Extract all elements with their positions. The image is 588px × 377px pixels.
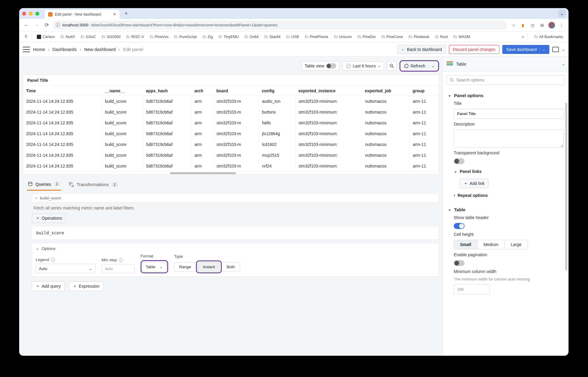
- refresh-button[interactable]: Refresh: [401, 62, 428, 70]
- address-bar[interactable]: ⓘ localhost:3000/d/ee3vocf4i3uo0f/new-da…: [53, 21, 507, 30]
- horizontal-scrollbar[interactable]: [23, 171, 439, 174]
- bookmark-folder[interactable]: Carbon: [34, 34, 57, 40]
- bookmark-folder[interactable]: 🗀RISC-V: [123, 34, 146, 40]
- close-window-icon[interactable]: [22, 12, 26, 16]
- table-header[interactable]: group: [410, 86, 439, 96]
- menu-icon[interactable]: [23, 47, 30, 52]
- bookmark-folder[interactable]: 🗀GSoC: [78, 34, 98, 40]
- bookmark-folder[interactable]: 🗀Star64: [262, 34, 283, 40]
- tab-queries[interactable]: Queries 1: [27, 179, 61, 191]
- chevron-down-icon[interactable]: ⌄: [558, 10, 566, 17]
- bookmark-folder[interactable]: 🗀Pinebook: [406, 34, 432, 40]
- tab-transformations[interactable]: Transformations 1: [68, 180, 119, 190]
- visualization-picker[interactable]: Table ⌄: [443, 57, 569, 72]
- refresh-interval-dropdown[interactable]: ⌄: [428, 62, 438, 70]
- help-icon[interactable]: i: [119, 258, 123, 262]
- table-header[interactable]: exported_instance: [295, 86, 362, 96]
- close-tab-icon[interactable]: ×: [113, 12, 116, 17]
- new-tab-button[interactable]: +: [122, 9, 130, 18]
- table-view-toggle[interactable]: Table view: [301, 61, 340, 71]
- crumb-home[interactable]: Home: [33, 47, 45, 52]
- bookmark-folder[interactable]: 🗀Zig: [200, 34, 215, 40]
- toggle-icon[interactable]: [326, 63, 336, 69]
- chevron-down-icon[interactable]: ⌄: [540, 47, 545, 52]
- size-large-button[interactable]: Large: [505, 240, 527, 249]
- bookmark-folder[interactable]: 🗀Unicorn: [331, 34, 354, 40]
- operations-button[interactable]: ＋Operations: [32, 213, 66, 223]
- bookmark-folder[interactable]: 🗀USB: [284, 34, 301, 40]
- bookmark-folder[interactable]: 🗀Ox64: [242, 34, 261, 40]
- table-header[interactable]: config: [259, 86, 295, 96]
- bookmark-folder[interactable]: 🗀PinePhone: [302, 34, 331, 40]
- help-icon[interactable]: i: [51, 258, 55, 262]
- bookmark-folder[interactable]: 🗀TinyEMU: [216, 34, 241, 40]
- minimize-window-icon[interactable]: [29, 12, 33, 16]
- all-bookmarks-button[interactable]: 🗀All Bookmarks: [531, 34, 566, 40]
- crumb-new-dashboard[interactable]: New dashboard: [84, 47, 116, 52]
- add-query-button[interactable]: ＋Add query: [32, 281, 65, 291]
- table-header[interactable]: exported_job: [362, 86, 409, 96]
- min-col-input[interactable]: [454, 284, 490, 294]
- type-instant-button[interactable]: Instant: [198, 263, 220, 271]
- extensions-puzzle-icon[interactable]: ⊞: [538, 21, 546, 29]
- panel-links-header[interactable]: ⌄Panel links: [454, 167, 564, 176]
- search-options-input[interactable]: Search options: [447, 75, 565, 85]
- pagination-toggle[interactable]: [454, 260, 465, 266]
- bookmark-folder[interactable]: 🗀NuttX: [58, 34, 77, 40]
- bookmark-folder[interactable]: 🗀Rust: [432, 34, 450, 40]
- repeat-options-header[interactable]: ›Repeat options: [454, 191, 564, 200]
- profile-avatar-icon[interactable]: [548, 21, 556, 29]
- table-header[interactable]: Time: [23, 86, 102, 96]
- table-header[interactable]: __name__: [102, 86, 143, 96]
- add-link-button[interactable]: ＋Add link: [460, 179, 489, 188]
- chevron-down-icon[interactable]: ⌄: [562, 47, 565, 52]
- type-both-button[interactable]: Both: [222, 263, 240, 271]
- bookmark-folder[interactable]: 🗀WASM: [451, 34, 472, 40]
- bookmark-folder[interactable]: 🗀PineDio: [355, 34, 378, 40]
- extension-icon[interactable]: ▮: [519, 21, 527, 29]
- extension-icon[interactable]: ◷: [528, 21, 537, 29]
- bookmark-star-icon[interactable]: ☆: [509, 21, 518, 29]
- transparent-toggle[interactable]: [454, 158, 465, 164]
- bookmark-folder[interactable]: 🗀PineCone: [379, 34, 405, 40]
- type-range-button[interactable]: Range: [174, 263, 196, 271]
- kebab-menu-icon[interactable]: ⋮: [557, 21, 566, 29]
- browser-tab[interactable]: G Edit panel - New dashboard ×: [45, 10, 120, 19]
- discard-changes-button[interactable]: Discard panel changes: [449, 45, 499, 54]
- vertical-scrollbar[interactable]: [565, 103, 567, 271]
- legend-select[interactable]: Auto: [36, 264, 96, 273]
- title-input[interactable]: [454, 109, 564, 119]
- bookmark-folder[interactable]: 🗀SG2000: [99, 34, 123, 40]
- panel-options-header[interactable]: ⌄Panel options: [448, 91, 564, 101]
- time-range-picker[interactable]: 🕘Last 6 hours⌄: [343, 61, 384, 70]
- table-section-header[interactable]: ⌄Table: [448, 206, 564, 215]
- reload-icon[interactable]: ⟳: [43, 21, 51, 29]
- size-small-button[interactable]: Small: [454, 240, 477, 249]
- save-dashboard-button[interactable]: Save dashboard⌄: [502, 45, 549, 54]
- query-code[interactable]: build_score: [32, 226, 439, 240]
- apps-icon[interactable]: ⠿: [22, 34, 29, 40]
- forward-icon[interactable]: →: [32, 21, 41, 29]
- format-select[interactable]: Table: [142, 262, 166, 272]
- table-header[interactable]: apps_hash: [143, 86, 192, 96]
- minstep-input[interactable]: auto: [102, 264, 135, 273]
- expression-button[interactable]: ＋Expression: [69, 281, 103, 291]
- plus-icon[interactable]: +: [35, 196, 37, 200]
- size-medium-button[interactable]: Medium: [477, 240, 505, 249]
- options-toggle[interactable]: ⌄Options: [36, 246, 435, 251]
- bookmark-folder[interactable]: 🗀PineVox: [147, 34, 171, 40]
- back-icon[interactable]: ←: [22, 21, 31, 29]
- table-header[interactable]: board: [213, 86, 259, 96]
- chevron-down-icon[interactable]: ⌄: [562, 62, 565, 66]
- crumb-dashboards[interactable]: Dashboards: [52, 47, 77, 52]
- bookmarks-overflow-icon[interactable]: »: [522, 35, 524, 39]
- description-input[interactable]: [454, 129, 564, 147]
- show-header-toggle[interactable]: [454, 223, 465, 229]
- site-info-icon[interactable]: ⓘ: [56, 22, 60, 28]
- zoom-out-icon[interactable]: [387, 61, 396, 71]
- bookmark-folder[interactable]: 🗀PureScript: [171, 34, 199, 40]
- maximize-window-icon[interactable]: [35, 12, 39, 16]
- table-header[interactable]: arch: [192, 86, 213, 96]
- tv-mode-icon[interactable]: [552, 47, 559, 52]
- back-to-dashboard-button[interactable]: ←Back to dashboard: [397, 45, 446, 54]
